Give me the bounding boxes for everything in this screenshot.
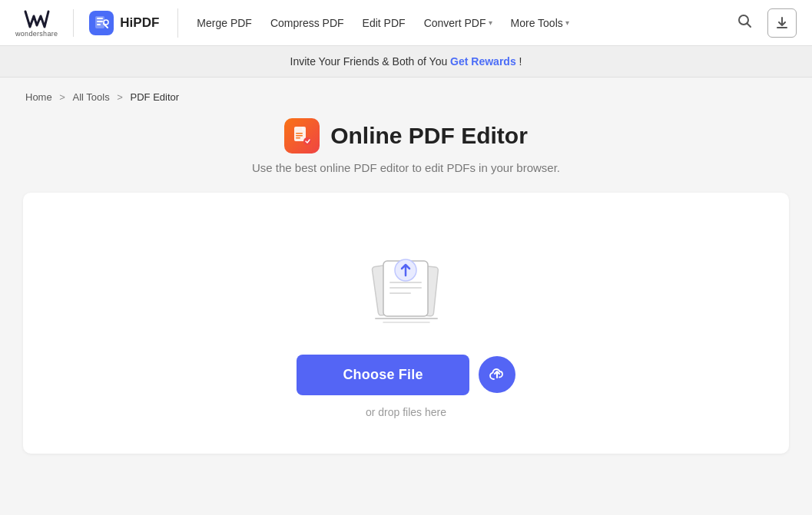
ws-logo-icon xyxy=(24,8,50,30)
breadcrumb-home[interactable]: Home xyxy=(25,91,52,103)
cloud-upload-button[interactable] xyxy=(479,356,515,393)
nav-more-tools[interactable]: More Tools ▾ xyxy=(503,11,577,35)
breadcrumb: Home > All Tools > PDF Editor xyxy=(0,78,812,111)
page-subtitle: Use the best online PDF editor to edit P… xyxy=(23,161,789,174)
main-nav: Merge PDF Compress PDF Edit PDF Convert … xyxy=(189,8,760,37)
promo-banner: Invite Your Friends & Both of You Get Re… xyxy=(0,46,812,78)
breadcrumb-all-tools[interactable]: All Tools xyxy=(73,91,110,103)
drop-hint-text: or drop files here xyxy=(366,406,446,418)
svg-rect-3 xyxy=(97,24,101,25)
hipdf-logo-svg xyxy=(94,15,109,31)
svg-line-6 xyxy=(747,24,751,28)
svg-point-12 xyxy=(303,137,311,145)
breadcrumb-pdf-editor: PDF Editor xyxy=(131,91,180,103)
upload-illustration xyxy=(356,244,456,332)
svg-rect-2 xyxy=(97,21,103,22)
more-tools-chevron: ▾ xyxy=(565,18,569,27)
svg-rect-1 xyxy=(97,18,103,19)
pdf-tool-icon-svg xyxy=(291,125,313,147)
nav-convert-pdf[interactable]: Convert PDF ▾ xyxy=(416,11,500,35)
cloud-upload-icon xyxy=(488,365,506,384)
main-content: Online PDF Editor Use the best online PD… xyxy=(0,111,812,477)
svg-rect-7 xyxy=(777,27,787,28)
wondershare-logo: wondershare xyxy=(15,8,58,38)
upload-illustration-svg xyxy=(356,244,456,328)
choose-file-button[interactable]: Choose File xyxy=(297,355,469,395)
upload-actions: Choose File xyxy=(297,355,515,395)
search-icon xyxy=(737,13,752,28)
download-icon xyxy=(775,16,789,30)
svg-rect-10 xyxy=(296,135,303,137)
pdf-editor-icon xyxy=(284,118,320,154)
search-button[interactable] xyxy=(729,8,760,37)
get-rewards-link[interactable]: Get Rewards xyxy=(450,55,516,68)
hipdf-label: HiPDF xyxy=(120,15,159,31)
nav-edit-pdf[interactable]: Edit PDF xyxy=(355,11,413,35)
logo-divider xyxy=(73,9,74,37)
nav-compress-pdf[interactable]: Compress PDF xyxy=(263,11,352,35)
page-title: Online PDF Editor xyxy=(330,123,528,149)
logo-area: wondershare HiPDF xyxy=(15,8,178,38)
wondershare-text: wondershare xyxy=(15,30,58,38)
convert-pdf-chevron: ▾ xyxy=(489,18,492,27)
hipdf-icon xyxy=(89,11,114,35)
page-title-row: Online PDF Editor xyxy=(23,118,789,154)
drop-zone[interactable]: Choose File or drop files here xyxy=(23,193,789,454)
svg-rect-11 xyxy=(296,137,300,139)
download-button[interactable] xyxy=(767,8,797,38)
svg-rect-9 xyxy=(296,133,303,134)
page-header: Online PDF Editor Use the best online PD… xyxy=(23,111,789,193)
nav-merge-pdf[interactable]: Merge PDF xyxy=(189,11,260,35)
main-header: wondershare HiPDF Merge PDF Compress PDF… xyxy=(0,0,812,46)
